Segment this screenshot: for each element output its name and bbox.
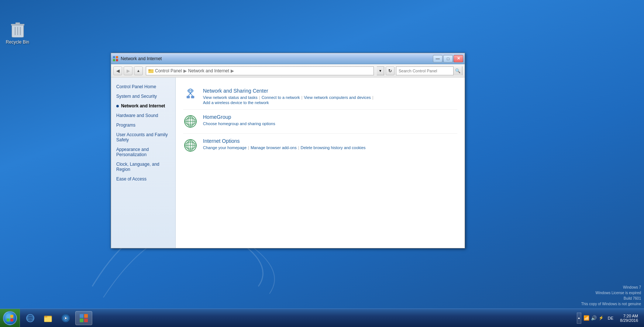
link-manage-addons[interactable]: Manage browser add-ons — [251, 145, 297, 150]
window-body: Control Panel Home System and Security N… — [111, 78, 465, 248]
sidebar-item-control-panel-home[interactable]: Control Panel Home — [111, 82, 175, 92]
taskbar-explorer[interactable] — [40, 311, 56, 325]
svg-point-23 — [190, 93, 191, 94]
homegroup-links: Choose homegroup and sharing options — [203, 121, 457, 126]
minimize-button[interactable]: — — [433, 55, 442, 62]
window-title: Network and Internet — [121, 56, 162, 61]
sidebar-item-system-security[interactable]: System and Security — [111, 92, 175, 101]
sidebar: Control Panel Home System and Security N… — [111, 78, 176, 248]
network-sharing-details: Network and Sharing Center View network … — [203, 88, 457, 105]
sidebar-label: Clock, Language, and Region — [116, 162, 170, 172]
refresh-button[interactable]: ↻ — [386, 66, 395, 75]
svg-rect-54 — [84, 314, 88, 318]
sidebar-item-user-accounts[interactable]: User Accounts and Family Safety — [111, 130, 175, 145]
control-panel-icon — [79, 313, 89, 323]
taskbar-control-panel[interactable] — [75, 311, 92, 325]
up-button[interactable]: ▲ — [134, 66, 143, 75]
link-choose-homegroup[interactable]: Choose homegroup and sharing options — [203, 121, 275, 126]
svg-rect-8 — [116, 56, 118, 58]
link-view-network-computers[interactable]: View network computers and devices — [304, 95, 371, 100]
section-homegroup: HomeGroup Choose homegroup and sharing o… — [183, 110, 457, 134]
notice-line2: Windows License is expired — [581, 290, 641, 296]
window-title-area: Network and Internet — [113, 56, 162, 62]
address-bar[interactable]: Control Panel ▶ Network and Internet ▶ — [146, 66, 374, 75]
notice-line3: Build 7601 — [581, 296, 641, 301]
recycle-bin[interactable]: Recycle Bin — [4, 20, 31, 45]
svg-rect-9 — [113, 59, 115, 61]
sidebar-label: Network and Internet — [121, 103, 165, 109]
tray-icons: 📶 🔊 ⚡ — [583, 315, 604, 321]
taskbar-ie[interactable] — [22, 311, 38, 325]
sidebar-label: System and Security — [116, 94, 157, 99]
search-icon-button[interactable]: 🔍 — [453, 66, 462, 75]
search-bar: 🔍 — [396, 66, 462, 75]
sidebar-label: Programs — [116, 123, 135, 128]
sidebar-item-clock-lang[interactable]: Clock, Language, and Region — [111, 159, 175, 174]
link-delete-history[interactable]: Delete browsing history and cookies — [301, 145, 366, 150]
search-input[interactable] — [396, 67, 453, 75]
svg-point-45 — [27, 314, 34, 322]
sidebar-label: Ease of Access — [116, 176, 147, 182]
back-button[interactable]: ◀ — [113, 66, 122, 75]
svg-rect-12 — [148, 70, 154, 73]
window-titlebar: Network and Internet — □ ✕ — [111, 53, 465, 64]
clock-date: 8/29/2016 — [620, 318, 638, 323]
windows-logo — [6, 314, 14, 322]
svg-point-30 — [185, 116, 196, 127]
svg-rect-13 — [148, 69, 151, 70]
sidebar-label: Appearance and Personalization — [116, 147, 170, 157]
folder-icon — [148, 68, 154, 73]
media-player-icon — [61, 313, 71, 323]
taskbar: ▲ 📶 🔊 ⚡ DE 7:20 AM 8/29/2016 — [0, 309, 644, 327]
maximize-button[interactable]: □ — [443, 55, 453, 62]
network-sharing-links: View network status and tasks | Connect … — [203, 95, 457, 100]
link-view-network-status[interactable]: View network status and tasks — [203, 95, 258, 100]
link-change-homepage[interactable]: Change your homepage — [203, 145, 247, 150]
sidebar-item-hardware-sound[interactable]: Hardware and Sound — [111, 111, 175, 120]
taskbar-media-player[interactable] — [58, 311, 74, 325]
internet-options-links: Change your homepage | Manage browser ad… — [203, 145, 457, 150]
homegroup-details: HomeGroup Choose homegroup and sharing o… — [203, 114, 457, 129]
notice-line1: Windows 7 — [581, 285, 641, 290]
breadcrumb-part2: Network and Internet — [188, 68, 229, 73]
sidebar-item-programs[interactable]: Programs — [111, 120, 175, 130]
sidebar-label: Hardware and Sound — [116, 113, 158, 118]
svg-rect-38 — [7, 315, 10, 318]
breadcrumb-sep2: ▶ — [231, 68, 234, 73]
sidebar-item-network-internet[interactable]: Network and Internet — [111, 101, 175, 111]
window-controls: — □ ✕ — [433, 55, 463, 62]
homegroup-icon — [183, 114, 198, 129]
breadcrumb-part1: Control Panel — [155, 68, 182, 73]
start-button[interactable] — [0, 309, 20, 327]
show-hidden-icons-button[interactable]: ▲ — [577, 313, 581, 324]
network-sharing-title[interactable]: Network and Sharing Center — [203, 88, 457, 94]
svg-rect-19 — [187, 96, 190, 98]
svg-rect-39 — [10, 315, 13, 318]
close-button[interactable]: ✕ — [454, 55, 463, 62]
svg-rect-47 — [44, 317, 52, 322]
desktop: Recycle Bin Network and Internet — □ ✕ — [0, 0, 644, 327]
recycle-bin-icon — [10, 20, 25, 38]
tray-icon-battery[interactable]: ⚡ — [598, 315, 604, 321]
svg-rect-41 — [10, 319, 13, 321]
svg-rect-3 — [16, 23, 20, 24]
svg-rect-20 — [191, 96, 194, 98]
svg-rect-10 — [116, 59, 118, 61]
address-dropdown-button[interactable]: ▼ — [377, 66, 384, 75]
language-indicator[interactable]: DE — [606, 316, 615, 320]
link-connect-to-network[interactable]: Connect to a network — [262, 95, 300, 100]
clock[interactable]: 7:20 AM 8/29/2016 — [617, 312, 641, 324]
main-content: Network and Sharing Center View network … — [176, 78, 465, 248]
homegroup-title[interactable]: HomeGroup — [203, 114, 457, 120]
link-add-wireless[interactable]: Add a wireless device to the network — [203, 100, 457, 105]
svg-rect-55 — [80, 319, 83, 322]
sidebar-item-appearance[interactable]: Appearance and Personalization — [111, 145, 175, 159]
start-orb — [3, 311, 17, 325]
tray-icon-network[interactable]: 📶 — [583, 315, 589, 321]
tray-icon-volume[interactable]: 🔊 — [591, 315, 597, 321]
internet-options-title[interactable]: Internet Options — [203, 138, 457, 144]
sidebar-label: Control Panel Home — [116, 84, 156, 89]
forward-button[interactable]: ▶ — [124, 66, 132, 75]
sidebar-item-ease-access[interactable]: Ease of Access — [111, 174, 175, 184]
windows-notice: Windows 7 Windows License is expired Bui… — [581, 285, 641, 307]
